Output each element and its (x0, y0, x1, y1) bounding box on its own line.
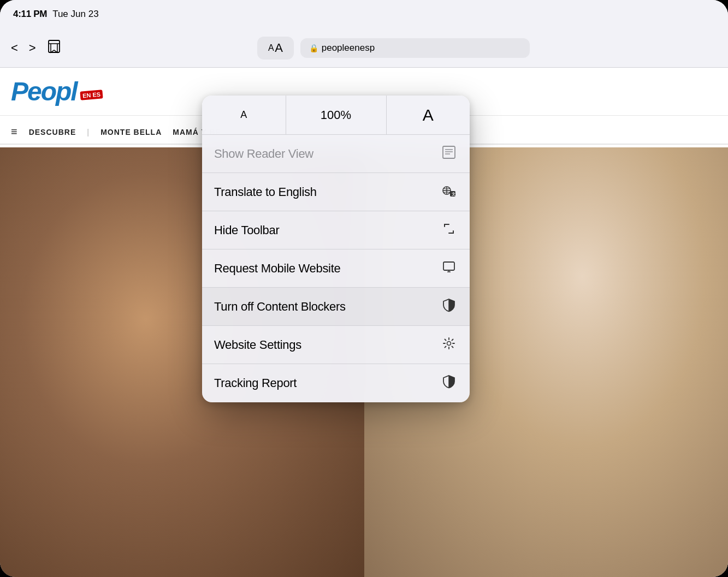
font-percent-display: 100% (286, 96, 387, 134)
increase-font-button[interactable]: A (387, 96, 470, 134)
nav-buttons: < > (11, 39, 61, 57)
website-settings-label: Website Settings (214, 338, 301, 352)
website-settings-icon (440, 336, 458, 354)
hide-toolbar-label: Hide Toolbar (214, 223, 280, 237)
big-a-label: A (275, 41, 282, 55)
tracking-report-item[interactable]: Tracking Report (202, 364, 470, 402)
people-badge: EN ES (80, 90, 103, 100)
people-logo: Peopl (11, 76, 77, 106)
small-a-label: A (268, 43, 274, 53)
request-mobile-icon (440, 259, 458, 278)
status-bar: 4:11 PM Tue Jun 23 (0, 0, 728, 28)
svg-point-17 (447, 341, 451, 345)
hide-toolbar-icon (440, 221, 458, 240)
status-date: Tue Jun 23 (52, 9, 98, 20)
nav-descubre[interactable]: DESCUBRE (29, 128, 76, 136)
show-reader-view-item[interactable]: Show Reader View (202, 135, 470, 173)
large-font-icon: A (423, 106, 434, 124)
bookmarks-button[interactable] (47, 39, 61, 57)
svg-rect-13 (443, 262, 454, 270)
translate-icon: 文 (440, 183, 458, 201)
content-blockers-label: Turn off Content Blockers (214, 300, 346, 314)
ipad-frame: 4:11 PM Tue Jun 23 < > A A (0, 0, 728, 577)
show-reader-view-label: Show Reader View (214, 147, 313, 161)
url-bar[interactable]: 🔒 peopleenesp (300, 38, 530, 58)
decrease-font-button[interactable]: A (202, 96, 286, 134)
tracking-report-icon (440, 374, 458, 392)
font-size-row: A 100% A (202, 96, 470, 135)
dropdown-popup: A 100% A Show Reader View (202, 96, 470, 402)
url-text: peopleenesp (322, 43, 375, 53)
dropdown-caret (328, 96, 344, 96)
nav-monte-bella[interactable]: MONTE BELLA (100, 128, 162, 136)
forward-button[interactable]: > (29, 42, 36, 54)
status-time: 4:11 PM (13, 9, 47, 20)
request-mobile-label: Request Mobile Website (214, 261, 340, 276)
back-button[interactable]: < (11, 42, 18, 54)
translate-label: Translate to English (214, 185, 317, 199)
hamburger-icon[interactable]: ≡ (11, 126, 18, 138)
reader-view-icon (440, 145, 458, 163)
address-bar-area: A A 🔒 peopleenesp (70, 37, 717, 60)
svg-rect-2 (443, 146, 455, 158)
aa-button[interactable]: A A (257, 37, 294, 60)
tracking-report-label: Tracking Report (214, 376, 297, 390)
request-mobile-item[interactable]: Request Mobile Website (202, 249, 470, 288)
website-settings-item[interactable]: Website Settings (202, 326, 470, 364)
hide-toolbar-item[interactable]: Hide Toolbar (202, 211, 470, 249)
translate-item[interactable]: Translate to English 文 (202, 173, 470, 211)
lock-icon: 🔒 (309, 44, 318, 52)
browser-background: 4:11 PM Tue Jun 23 < > A A (0, 0, 728, 577)
svg-text:文: 文 (452, 192, 455, 196)
browser-toolbar: < > A A 🔒 peopleenesp (0, 28, 728, 68)
content-blockers-item[interactable]: Turn off Content Blockers (202, 288, 470, 326)
content-blockers-icon (440, 298, 458, 316)
small-font-icon: A (240, 109, 247, 121)
